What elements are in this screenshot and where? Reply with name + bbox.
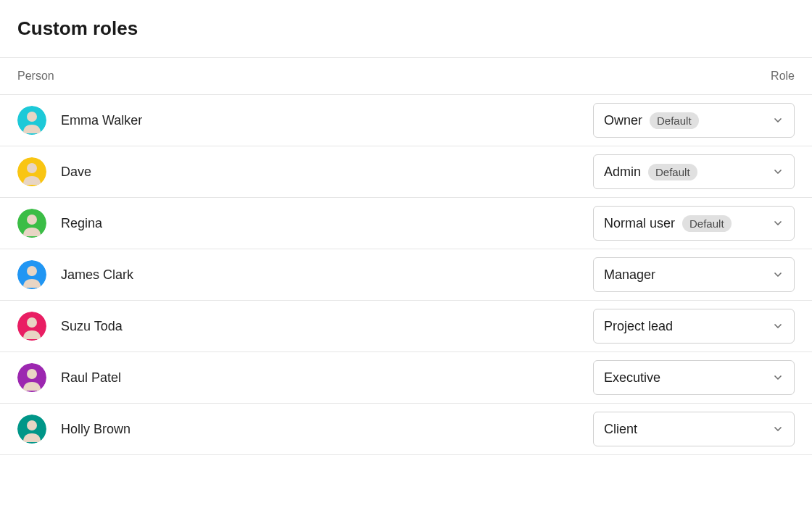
- chevron-down-icon: [772, 166, 784, 178]
- table-row: ReginaNormal userDefault: [0, 198, 812, 249]
- svg-point-11: [27, 369, 37, 379]
- role-select[interactable]: Normal userDefault: [593, 206, 795, 241]
- chevron-down-icon: [772, 217, 784, 229]
- person-cell: Suzu Toda: [17, 312, 123, 341]
- avatar: [17, 312, 46, 341]
- role-label: Manager: [604, 267, 655, 283]
- person-name: Holly Brown: [61, 422, 130, 437]
- person-cell: Dave: [17, 157, 91, 186]
- person-name: Suzu Toda: [61, 319, 123, 334]
- person-name: James Clark: [61, 267, 133, 283]
- chevron-down-icon: [772, 320, 784, 332]
- role-select-content: Manager: [604, 267, 655, 283]
- role-select[interactable]: Executive: [593, 360, 795, 395]
- role-select-content: OwnerDefault: [604, 112, 699, 129]
- avatar: [17, 363, 46, 392]
- role-select-content: AdminDefault: [604, 164, 697, 180]
- person-name: Regina: [61, 216, 102, 231]
- svg-point-13: [27, 420, 37, 430]
- column-header-role: Role: [771, 70, 795, 83]
- chevron-down-icon: [772, 115, 784, 126]
- role-select-content: Client: [604, 422, 637, 437]
- person-cell: James Clark: [17, 260, 133, 289]
- role-select[interactable]: Client: [593, 412, 795, 446]
- role-label: Client: [604, 422, 637, 437]
- default-badge: Default: [650, 112, 699, 129]
- default-badge: Default: [682, 215, 732, 232]
- table-row: Raul PatelExecutive: [0, 352, 812, 404]
- role-select[interactable]: Project lead: [593, 309, 795, 344]
- role-select-content: Normal userDefault: [604, 215, 732, 232]
- svg-point-7: [27, 266, 37, 276]
- table-row: James ClarkManager: [0, 249, 812, 301]
- person-name: Raul Patel: [61, 370, 121, 386]
- role-select[interactable]: OwnerDefault: [593, 103, 795, 138]
- role-select[interactable]: AdminDefault: [593, 154, 795, 189]
- role-select-content: Executive: [604, 370, 660, 386]
- avatar: [17, 260, 46, 289]
- chevron-down-icon: [772, 269, 784, 280]
- table-row: Suzu TodaProject lead: [0, 301, 812, 352]
- svg-point-9: [27, 317, 37, 328]
- default-badge: Default: [648, 164, 697, 180]
- role-label: Normal user: [604, 216, 675, 231]
- person-name: Emma Walker: [61, 113, 142, 128]
- chevron-down-icon: [772, 423, 784, 435]
- svg-point-1: [27, 112, 37, 122]
- avatar: [17, 106, 46, 135]
- role-select[interactable]: Manager: [593, 257, 795, 292]
- column-header-person: Person: [17, 70, 54, 83]
- page-title: Custom roles: [0, 17, 812, 57]
- avatar: [17, 157, 46, 186]
- role-label: Project lead: [604, 319, 673, 334]
- svg-point-3: [27, 163, 37, 173]
- avatar: [17, 415, 46, 444]
- svg-point-5: [27, 215, 37, 225]
- person-cell: Regina: [17, 209, 102, 238]
- chevron-down-icon: [772, 372, 784, 383]
- person-name: Dave: [61, 165, 91, 180]
- table-row: DaveAdminDefault: [0, 146, 812, 198]
- table-header: Person Role: [0, 57, 812, 95]
- role-label: Executive: [604, 370, 660, 386]
- role-label: Owner: [604, 113, 642, 128]
- table-row: Holly BrownClient: [0, 404, 812, 455]
- avatar: [17, 209, 46, 238]
- role-label: Admin: [604, 165, 641, 180]
- person-cell: Raul Patel: [17, 363, 121, 392]
- table-row: Emma WalkerOwnerDefault: [0, 95, 812, 146]
- person-cell: Holly Brown: [17, 415, 130, 444]
- person-cell: Emma Walker: [17, 106, 142, 135]
- role-select-content: Project lead: [604, 319, 673, 334]
